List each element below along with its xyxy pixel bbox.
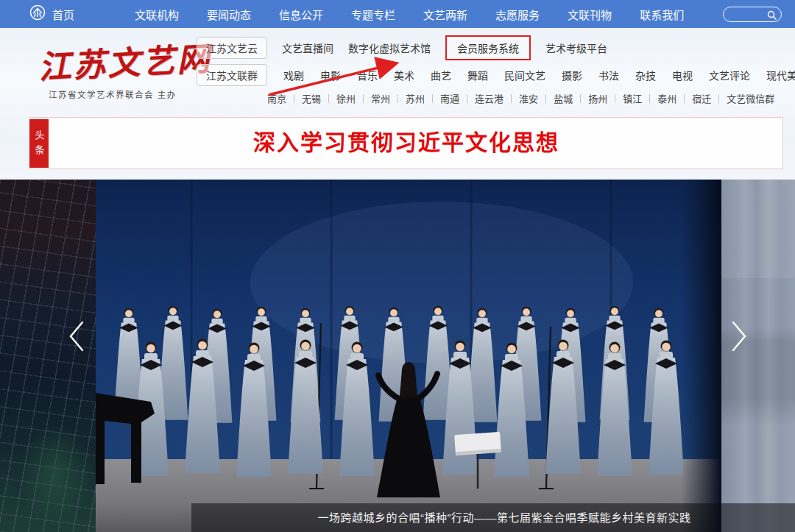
category-music[interactable]: 音乐 [357,68,378,82]
art-exam-platform-link[interactable]: 艺术考级平台 [545,40,607,55]
category-quyi[interactable]: 曲艺 [431,68,451,82]
city-changzhou[interactable]: 常州 [356,91,390,105]
headline-tag: 头条 [29,119,49,168]
logo-block: 江苏文艺网 江苏省文学艺术界联合会 主办 [38,37,211,100]
category-modern-art-museum[interactable]: 现代美术馆 [766,68,795,82]
choir-photo-illustration [96,180,721,532]
city-yancheng[interactable]: 盐城 [538,91,573,105]
hero-carousel: 一场跨越城乡的合唱“播种”行动——第七届紫金合唱季赋能乡村美育新实践 [0,180,795,532]
city-suqian[interactable]: 宿迁 [676,91,711,105]
wechat-group-link[interactable]: 文艺微信群 [711,91,774,105]
menu-item-disclosure[interactable]: 信息公开 [279,7,323,22]
site-logo-text[interactable]: 江苏文艺网 [37,32,212,88]
city-row: 南京 无锡 徐州 常州 苏州 南通 连云港 淮安 盐城 扬州 镇江 泰州 宿迁 … [267,91,795,105]
wenlian-group-button[interactable]: 江苏文联群 [197,64,267,86]
menu-item-contact[interactable]: 联系我们 [640,7,684,22]
menu-item-publications[interactable]: 文联刊物 [568,7,612,22]
platform-row: 江苏文艺云 文艺直播间 数字化虚拟艺术馆 会员服务系统 艺术考级平台 [197,37,795,59]
chevron-right-icon [729,319,749,355]
carousel-prev-button[interactable] [60,315,93,359]
category-calligraphy[interactable]: 书法 [598,68,619,82]
city-lianyungang[interactable]: 连云港 [459,91,504,105]
headline-title[interactable]: 深入学习贯彻习近平文化思想 [30,118,782,167]
city-suzhou[interactable]: 苏州 [390,91,425,105]
headline-banner: 头条 深入学习贯彻习近平文化思想 [29,117,783,169]
menu-item-volunteer[interactable]: 志愿服务 [495,7,540,22]
category-criticism[interactable]: 文艺评论 [709,68,750,82]
city-nanjing[interactable]: 南京 [267,91,286,105]
masthead: 江苏文艺网 江苏省文学艺术界联合会 主办 江苏文艺云 文艺直播间 数字化虚拟艺术… [0,28,795,180]
wenyi-cloud-button[interactable]: 江苏文艺云 [197,37,267,59]
site-logo-icon [29,4,46,24]
search-box [723,7,782,22]
city-taizhou[interactable]: 泰州 [642,91,676,105]
home-label[interactable]: 首页 [52,7,74,22]
menu-item-institutions[interactable]: 文联机构 [135,7,179,22]
category-drama[interactable]: 戏剧 [283,68,304,82]
member-service-system-link[interactable]: 会员服务系统 [445,35,531,60]
carousel-caption[interactable]: 一场跨越城乡的合唱“播种”行动——第七届紫金合唱季赋能乡村美育新实践 [191,503,795,532]
live-room-link[interactable]: 文艺直播间 [282,40,333,55]
category-row: 江苏文联群 戏剧 电影 音乐 美术 曲艺 舞蹈 民间文艺 摄影 书法 杂技 电视… [197,65,795,85]
category-acrobatics[interactable]: 杂技 [635,68,656,82]
city-huaian[interactable]: 淮安 [504,91,538,105]
category-fine-arts[interactable]: 美术 [394,68,414,82]
masthead-links: 江苏文艺云 文艺直播间 数字化虚拟艺术馆 会员服务系统 艺术考级平台 江苏文联群… [197,37,795,105]
top-navigation-bar: 首页 文联机构 要闻动态 信息公开 专题专栏 文艺两新 志愿服务 文联刊物 联系… [0,0,795,28]
menu-item-special-topics[interactable]: 专题专栏 [351,7,395,22]
carousel-current-slide[interactable]: 一场跨越城乡的合唱“播种”行动——第七届紫金合唱季赋能乡村美育新实践 [96,180,721,532]
page: 首页 文联机构 要闻动态 信息公开 专题专栏 文艺两新 志愿服务 文联刊物 联系… [0,0,795,532]
category-film[interactable]: 电影 [320,68,341,82]
city-wuxi[interactable]: 无锡 [286,91,321,105]
top-menu: 文联机构 要闻动态 信息公开 专题专栏 文艺两新 志愿服务 文联刊物 联系我们 [135,7,684,22]
category-television[interactable]: 电视 [672,68,693,82]
city-zhenjiang[interactable]: 镇江 [607,91,642,105]
menu-item-new-arts[interactable]: 文艺两新 [423,7,467,22]
virtual-gallery-link[interactable]: 数字化虚拟艺术馆 [348,40,431,55]
city-nantong[interactable]: 南通 [425,91,459,105]
city-xuzhou[interactable]: 徐州 [321,91,356,105]
city-yangzhou[interactable]: 扬州 [573,91,607,105]
search-icon[interactable] [767,10,777,23]
chevron-left-icon [67,319,86,355]
home-nav-item[interactable]: 首页 [29,4,74,24]
menu-item-news[interactable]: 要闻动态 [207,7,251,22]
category-photography[interactable]: 摄影 [562,68,582,82]
category-folk-arts[interactable]: 民间文艺 [504,68,545,82]
category-dance[interactable]: 舞蹈 [467,68,488,82]
organizer-line: 江苏省文学艺术界联合会 主办 [38,88,211,100]
carousel-next-button[interactable] [723,315,755,359]
